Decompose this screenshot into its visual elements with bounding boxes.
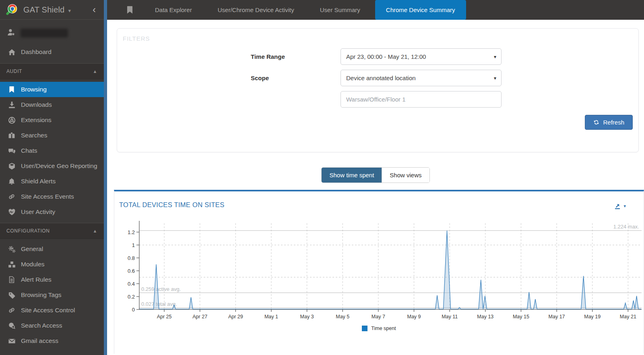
sidebar-item-label: Downloads (21, 101, 52, 108)
home-icon (7, 48, 16, 56)
chrome-icon (7, 116, 16, 124)
sidebar-header: GAT Shield ▾ ‹ (0, 0, 104, 20)
svg-text:1.2: 1.2 (128, 229, 135, 235)
sidebar-item-extensions[interactable]: Extensions (0, 112, 104, 128)
view-toggle-group: Show time spent Show views (321, 167, 429, 183)
filters-form: Time Range Apr 23, 00:00 - May 21, 12:00… (123, 48, 633, 130)
sidebar-item-shield-alerts[interactable]: Shield Alerts (0, 174, 104, 189)
section-label: AUDIT (6, 69, 22, 74)
top-navigation: Data ExplorerUser/Chrome Device Activity… (107, 0, 644, 20)
sidebar-item-site-access-control[interactable]: Site Access Control (0, 303, 104, 318)
svg-text:0.2: 0.2 (128, 294, 135, 300)
sidebar-item-chats[interactable]: Chats (0, 143, 104, 158)
time-range-row: Time Range Apr 23, 00:00 - May 21, 12:00… (123, 48, 633, 65)
sidebar-item-label: Browsing (21, 86, 47, 93)
scope-select[interactable]: Device annotated location ▾ (341, 70, 502, 86)
tab-user-chrome-device-activity[interactable]: User/Chrome Device Activity (207, 0, 305, 20)
sidebar-item-site-access-events[interactable]: Site Access Events (0, 189, 104, 204)
cube-icon (7, 162, 16, 170)
sidebar-item-browsing[interactable]: Browsing (0, 82, 104, 97)
svg-text:May 1: May 1 (264, 314, 278, 320)
export-icon (613, 202, 621, 210)
sidebar-item-downloads[interactable]: Downloads (0, 97, 104, 112)
configuration-items: GeneralModulesAlert RulesBrowsing TagsSi… (0, 239, 104, 350)
sidebar-item-label: Browsing Tags (21, 291, 62, 299)
legend-swatch (362, 326, 367, 331)
svg-text:May 19: May 19 (584, 314, 601, 320)
audit-items: BrowsingDownloadsExtensionsSearchesChats… (0, 79, 104, 221)
filters-panel: FILTERS Time Range Apr 23, 00:00 - May 2… (117, 28, 639, 152)
caret-up-icon: ▲ (93, 228, 98, 233)
time-on-sites-chart: Apr 25Apr 27Apr 29May 1May 3May 5May 7Ma… (114, 213, 644, 321)
filters-title: FILTERS (123, 35, 633, 42)
user-name-redacted (21, 29, 68, 37)
section-label: CONFIGURATION (6, 228, 50, 234)
svg-text:0.8: 0.8 (128, 255, 135, 261)
show-time-spent-button[interactable]: Show time spent (322, 168, 382, 183)
sidebar-item-searches[interactable]: Searches (0, 128, 104, 143)
download-icon (7, 101, 16, 109)
sidebar-item-label: Modules (21, 261, 45, 268)
sidebar: GAT Shield ▾ ‹ Dashboard AUDIT ▲ Browsin… (0, 0, 104, 355)
tab-chrome-device-summary[interactable]: Chrome Device Summary (375, 0, 466, 20)
svg-text:May 17: May 17 (549, 314, 565, 320)
brand-title[interactable]: GAT Shield (23, 5, 64, 15)
svg-text:Apr 29: Apr 29 (228, 314, 243, 320)
sidebar-item-label: Extensions (21, 116, 52, 124)
sidebar-item-general[interactable]: General (0, 241, 104, 257)
export-caret-down-icon: ▾ (623, 203, 626, 209)
sidebar-item-user-device-geo-reporting[interactable]: User/Device Geo Reporting (0, 158, 104, 174)
bell-icon (7, 177, 16, 185)
binoculars-icon (7, 131, 16, 139)
sidebar-item-label: Search Access (21, 322, 62, 329)
sidebar-section-configuration[interactable]: CONFIGURATION ▲ (0, 223, 104, 239)
legend-label: Time spent (371, 326, 396, 331)
scope-label: Scope (123, 75, 341, 81)
sidebar-item-label: Chats (21, 147, 37, 154)
sidebar-item-modules[interactable]: Modules (0, 257, 104, 272)
tab-data-explorer[interactable]: Data Explorer (144, 0, 203, 20)
svg-text:0.259 active avg.: 0.259 active avg. (141, 286, 181, 292)
sidebar-item-browsing-tags[interactable]: Browsing Tags (0, 287, 104, 303)
svg-text:1: 1 (132, 242, 135, 248)
svg-text:1.224 max.: 1.224 max. (613, 224, 639, 230)
time-range-select[interactable]: Apr 23, 00:00 - May 21, 12:00 ▾ (341, 48, 502, 65)
sidebar-item-alert-rules[interactable]: Alert Rules (0, 272, 104, 287)
show-views-button[interactable]: Show views (382, 168, 429, 183)
user-star-icon (7, 28, 16, 38)
time-range-value: Apr 23, 00:00 - May 21, 12:00 (346, 53, 426, 60)
chevron-down-icon: ▾ (494, 54, 496, 60)
svg-text:Apr 25: Apr 25 (157, 314, 172, 320)
svg-text:May 11: May 11 (442, 314, 458, 320)
link-icon (7, 306, 16, 314)
chart-title: TOTAL DEVICES TIME ON SITES (114, 191, 644, 209)
sidebar-item-gmail-access[interactable]: Gmail access (0, 333, 104, 349)
user-row[interactable] (0, 25, 104, 42)
sidebar-collapse-icon[interactable]: ‹ (90, 5, 98, 15)
tab-user-summary[interactable]: User Summary (309, 0, 371, 20)
gat-shield-logo-icon (6, 4, 18, 16)
caret-up-icon: ▲ (93, 69, 98, 74)
svg-text:May 9: May 9 (407, 314, 421, 320)
export-menu[interactable]: ▾ (613, 202, 626, 210)
sidebar-item-dashboard[interactable]: Dashboard (0, 44, 104, 60)
sidebar-item-label: Site Access Events (21, 193, 74, 200)
bookmark-icon[interactable] (126, 0, 134, 20)
sidebar-item-search-access[interactable]: Search Access (0, 318, 104, 333)
brand-caret-down-icon[interactable]: ▾ (68, 8, 71, 14)
sidebar-item-label: Gmail access (21, 337, 58, 345)
chart-panel: TOTAL DEVICES TIME ON SITES ▾ Apr 25Apr … (114, 190, 644, 354)
refresh-label: Refresh (603, 119, 624, 126)
svg-text:0.4: 0.4 (128, 281, 135, 287)
main-content: Data ExplorerUser/Chrome Device Activity… (107, 0, 644, 355)
sidebar-item-label: Shield Alerts (21, 178, 56, 185)
cubes-icon (7, 260, 16, 268)
envelope-icon (7, 337, 16, 345)
sidebar-section-audit[interactable]: AUDIT ▲ (0, 63, 104, 79)
svg-text:May 21: May 21 (620, 314, 636, 320)
refresh-button[interactable]: Refresh (585, 115, 633, 130)
sidebar-item-label: User/Device Geo Reporting (21, 162, 97, 170)
location-input[interactable] (341, 91, 502, 108)
svg-text:May 5: May 5 (336, 314, 349, 320)
sidebar-item-user-activity[interactable]: User Activity (0, 204, 104, 220)
